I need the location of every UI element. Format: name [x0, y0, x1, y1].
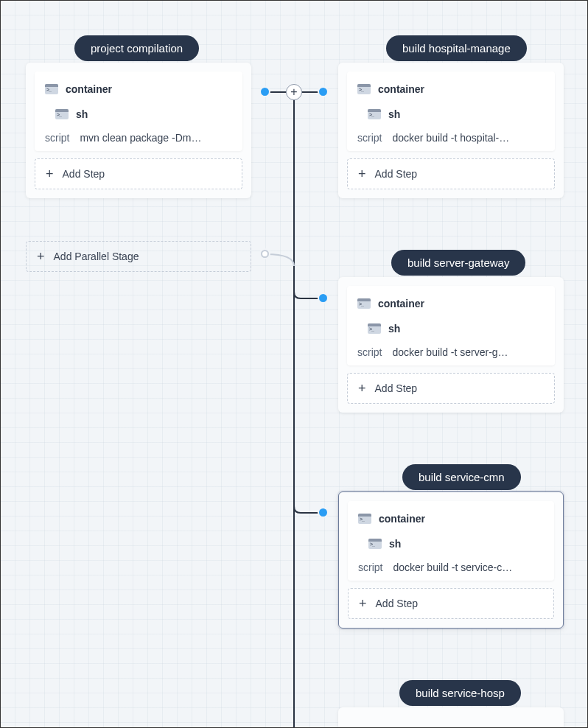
script-value: mvn clean package -Dm… — [80, 132, 201, 144]
stage-pill-service-cmn[interactable]: build service-cmn — [402, 464, 521, 490]
connector-dot — [319, 88, 327, 96]
connector-dot — [319, 508, 327, 517]
terminal-icon — [45, 84, 58, 94]
add-step-button[interactable]: + Add Step — [348, 588, 554, 619]
container-label: container — [378, 298, 424, 309]
plus-icon: + — [358, 169, 366, 179]
step-card[interactable]: container sh script mvn clean package -D… — [35, 71, 242, 151]
add-parallel-stage-button[interactable]: + Add Parallel Stage — [26, 241, 251, 272]
stage-card-server-gateway[interactable]: container sh script docker build -t serv… — [338, 277, 564, 413]
add-parallel-label: Add Parallel Stage — [54, 251, 139, 262]
container-label: container — [66, 83, 112, 95]
sh-row: sh — [368, 323, 545, 335]
add-step-label: Add Step — [375, 168, 418, 180]
stage-pill-hospital-manage[interactable]: build hospital-manage — [386, 35, 527, 61]
terminal-icon — [368, 109, 381, 119]
step-card[interactable]: container sh script docker build -t serv… — [347, 286, 555, 365]
plus-icon: + — [37, 251, 45, 262]
container-row: container — [357, 298, 545, 309]
stage-card-project-compilation[interactable]: container sh script mvn clean package -D… — [26, 63, 251, 198]
add-step-label: Add Step — [63, 168, 105, 180]
script-value: docker build -t hospital-… — [392, 132, 509, 144]
stage-pill-project-compilation[interactable]: project compilation — [74, 35, 199, 61]
plus-icon: + — [46, 169, 54, 179]
step-card[interactable]: container sh script docker build -t hosp… — [347, 71, 555, 151]
sh-label: sh — [388, 323, 400, 335]
script-line: script docker build -t hospital-… — [357, 132, 545, 144]
script-key: script — [357, 132, 382, 144]
container-label: container — [378, 83, 424, 95]
terminal-icon — [357, 84, 371, 94]
stage-card-hospital-manage[interactable]: container sh script docker build -t hosp… — [338, 63, 564, 198]
terminal-icon — [358, 514, 371, 524]
container-row: container — [357, 83, 545, 95]
stage-card-service-cmn[interactable]: container sh script docker build -t serv… — [338, 491, 564, 629]
terminal-icon — [357, 298, 371, 309]
plus-icon: + — [358, 383, 366, 393]
connector-dot — [319, 294, 327, 302]
container-row: container — [358, 513, 544, 525]
sh-label: sh — [76, 108, 88, 120]
connector-dot-hollow — [261, 250, 269, 258]
sh-row: sh — [368, 108, 545, 120]
pipeline-canvas[interactable]: + project compilation container sh scrip… — [1, 1, 587, 727]
script-value: docker build -t service-c… — [393, 561, 512, 573]
sh-label: sh — [388, 108, 400, 120]
add-node-button[interactable]: + — [286, 84, 302, 100]
add-step-label: Add Step — [376, 598, 419, 609]
terminal-icon — [55, 109, 69, 119]
stage-pill-server-gateway[interactable]: build server-gateway — [391, 250, 525, 276]
script-line: script docker build -t service-c… — [358, 561, 544, 573]
add-step-button[interactable]: + Add Step — [35, 158, 242, 189]
plus-icon: + — [359, 598, 367, 609]
sh-row: sh — [368, 538, 544, 550]
step-card[interactable]: container sh script docker build -t serv… — [348, 501, 554, 581]
sh-label: sh — [389, 538, 401, 550]
sh-row: sh — [55, 108, 232, 120]
container-row: container — [45, 83, 232, 95]
add-step-button[interactable]: + Add Step — [347, 373, 555, 404]
add-step-button[interactable]: + Add Step — [347, 158, 555, 189]
container-label: container — [379, 513, 425, 525]
terminal-icon — [368, 539, 382, 549]
stage-pill-service-hosp[interactable]: build service-hosp — [399, 680, 521, 706]
stage-card-service-hosp[interactable] — [338, 707, 564, 728]
script-value: docker build -t server-g… — [392, 346, 508, 358]
script-line: script mvn clean package -Dm… — [45, 132, 232, 144]
script-key: script — [358, 561, 382, 573]
script-key: script — [357, 346, 382, 358]
script-line: script docker build -t server-g… — [357, 346, 545, 358]
script-key: script — [45, 132, 69, 144]
terminal-icon — [368, 323, 381, 334]
connector-dot — [261, 88, 269, 96]
add-step-label: Add Step — [375, 382, 418, 394]
